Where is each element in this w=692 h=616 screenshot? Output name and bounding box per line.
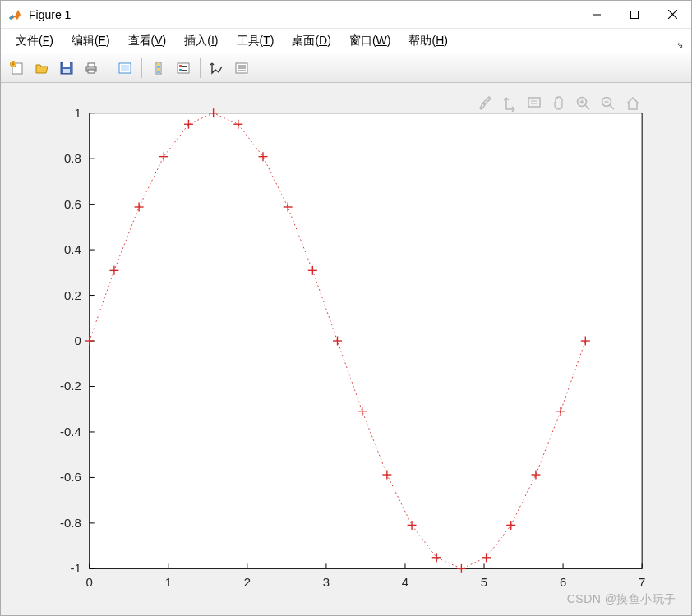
- window-title: Figure 1: [29, 8, 71, 21]
- plot-area: 01234567-1-0.8-0.6-0.4-0.200.20.40.60.81…: [1, 83, 691, 615]
- svg-rect-8: [63, 69, 70, 73]
- svg-rect-19: [178, 63, 189, 73]
- svg-text:4: 4: [402, 575, 408, 589]
- menubar: 文件(F) 编辑(E) 查看(V) 插入(I) 工具(T) 桌面(D) 窗口(W…: [1, 29, 691, 53]
- svg-text:-0.8: -0.8: [60, 516, 81, 530]
- zoom-in-icon[interactable]: [573, 93, 594, 114]
- svg-rect-28: [528, 98, 540, 107]
- svg-text:1: 1: [165, 575, 172, 589]
- svg-rect-10: [88, 63, 95, 67]
- pan-icon[interactable]: [548, 93, 570, 114]
- zoom-out-icon[interactable]: [597, 93, 619, 114]
- toolbar: [1, 53, 691, 83]
- open-button[interactable]: [30, 57, 53, 80]
- svg-rect-17: [157, 68, 160, 71]
- rotate-icon[interactable]: [499, 93, 520, 114]
- svg-text:1: 1: [74, 106, 81, 120]
- svg-text:0.6: 0.6: [64, 197, 81, 211]
- insert-colorbar-button[interactable]: [147, 57, 170, 80]
- svg-text:0: 0: [86, 575, 93, 589]
- titlebar: Figure 1: [1, 1, 691, 29]
- axes-toolbar: [474, 93, 644, 114]
- svg-line-32: [585, 105, 589, 109]
- menu-desktop[interactable]: 桌面(D): [284, 30, 339, 52]
- svg-rect-13: [121, 65, 129, 71]
- toolbar-separator: [108, 58, 108, 78]
- print-button[interactable]: [80, 57, 103, 80]
- close-button[interactable]: [653, 1, 691, 29]
- svg-text:-0.6: -0.6: [60, 470, 81, 484]
- link-button[interactable]: [113, 57, 136, 80]
- menu-window[interactable]: 窗口(W): [341, 30, 399, 52]
- svg-rect-1: [631, 11, 639, 18]
- insert-legend-button[interactable]: [172, 57, 195, 80]
- svg-text:3: 3: [323, 575, 330, 589]
- svg-rect-7: [63, 62, 70, 67]
- svg-rect-20: [179, 65, 182, 67]
- svg-line-36: [610, 105, 614, 109]
- axes[interactable]: 01234567-1-0.8-0.6-0.4-0.200.20.40.60.81: [1, 83, 691, 615]
- svg-rect-18: [157, 71, 160, 73]
- menu-tools[interactable]: 工具(T): [228, 30, 283, 52]
- toolbar-separator: [200, 58, 201, 78]
- figure-window: Figure 1 文件(F) 编辑(E) 查看(V) 插入(I) 工具(T) 桌…: [0, 0, 692, 616]
- menu-edit[interactable]: 编辑(E): [63, 30, 118, 52]
- menu-file[interactable]: 文件(F): [7, 30, 62, 52]
- svg-text:7: 7: [639, 575, 645, 589]
- datatips-icon[interactable]: [524, 93, 545, 114]
- svg-text:0: 0: [74, 333, 81, 347]
- menu-insert[interactable]: 插入(I): [176, 30, 226, 52]
- data-cursor-button[interactable]: [230, 57, 253, 80]
- home-icon[interactable]: [622, 93, 644, 114]
- svg-rect-16: [157, 66, 160, 68]
- svg-text:6: 6: [560, 575, 566, 589]
- svg-text:-1: -1: [70, 561, 81, 575]
- toolbar-separator: [141, 58, 142, 78]
- matlab-icon: [7, 7, 22, 22]
- save-button[interactable]: [55, 57, 78, 80]
- svg-text:2: 2: [244, 575, 251, 589]
- svg-text:-0.2: -0.2: [60, 379, 81, 393]
- menu-help[interactable]: 帮助(H): [400, 30, 455, 52]
- svg-rect-38: [90, 113, 642, 569]
- svg-rect-15: [157, 63, 160, 66]
- svg-text:5: 5: [481, 575, 487, 589]
- svg-text:-0.4: -0.4: [60, 425, 81, 439]
- svg-text:0.4: 0.4: [64, 242, 81, 256]
- brush-icon[interactable]: [474, 93, 496, 114]
- edit-plot-button[interactable]: [205, 57, 228, 80]
- svg-rect-21: [179, 69, 182, 71]
- minimize-button[interactable]: [578, 1, 616, 29]
- menu-view[interactable]: 查看(V): [120, 30, 175, 52]
- new-figure-button[interactable]: [6, 57, 29, 80]
- menubar-overflow-icon[interactable]: ⇘: [676, 40, 683, 49]
- svg-rect-11: [88, 70, 95, 73]
- svg-text:0.8: 0.8: [64, 151, 81, 165]
- svg-text:0.2: 0.2: [64, 288, 81, 302]
- maximize-button[interactable]: [616, 1, 653, 29]
